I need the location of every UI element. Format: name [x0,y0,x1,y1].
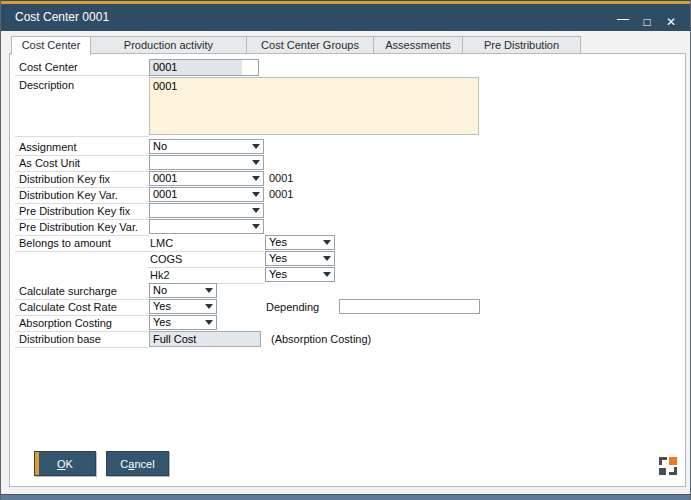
pre-distribution-key-var-dropdown[interactable] [149,219,264,234]
pre-distribution-key-fix-label: Pre Distribution Key fix [15,203,149,220]
assignment-dropdown[interactable]: No [149,139,264,154]
distribution-key-var-ref: 0001 [269,188,293,200]
distribution-key-fix-value: 0001 [153,172,177,184]
calculate-cost-rate-label: Calculate Cost Rate [15,299,149,316]
cost-center-window: Cost Center 0001 — □ ✕ Cost Center Produ… [0,0,691,500]
distribution-base-value: Full Cost [153,333,196,345]
belongs-item-lmc-dropdown[interactable]: Yes [265,235,335,250]
titlebar: Cost Center 0001 — □ ✕ [1,4,690,31]
belongs-item-cogs-dropdown[interactable]: Yes [265,251,335,266]
distribution-key-var-label: Distribution Key Var. [15,187,149,204]
ok-label-mnemonic: O [57,458,66,470]
depending-input[interactable] [339,299,480,314]
calculate-surcharge-label: Calculate surcharge [15,283,149,300]
tab-pre-distribution[interactable]: Pre Distribution [462,36,581,54]
distribution-key-fix-dropdown[interactable]: 0001 [149,171,264,186]
chevron-down-icon [323,240,331,245]
calculate-surcharge-dropdown[interactable]: No [149,283,217,298]
cancel-label-post: ncel [134,458,154,470]
window-controls: — □ ✕ [614,8,680,35]
absorption-costing-value: Yes [153,316,171,328]
chevron-down-icon [252,224,260,229]
cost-center-label: Cost Center [15,59,149,76]
belongs-item-hk2-label: Hk2 [148,267,264,284]
tab-cost-center-groups[interactable]: Cost Center Groups [246,36,374,54]
chevron-down-icon [323,272,331,277]
distribution-key-var-value: 0001 [153,188,177,200]
tab-assessments[interactable]: Assessments [373,36,463,54]
default-button-indicator [35,452,39,475]
tab-bar: Cost Center Production activity Cost Cen… [11,36,581,55]
distribution-base-input[interactable]: Full Cost [149,331,261,347]
calculate-cost-rate-value: Yes [153,300,171,312]
tab-cost-center[interactable]: Cost Center [11,36,91,55]
chevron-down-icon [205,320,213,325]
distribution-key-var-dropdown[interactable]: 0001 [149,187,264,202]
chevron-down-icon [252,144,260,149]
assignment-label: Assignment [15,139,149,156]
window-bottom-bar [1,495,690,500]
cost-center-input[interactable]: 0001 [149,59,259,76]
calculate-surcharge-value: No [153,284,167,296]
ok-label-post: K [66,458,73,470]
description-label: Description [15,77,149,137]
chevron-down-icon [252,208,260,213]
chevron-down-icon [205,288,213,293]
cost-center-value: 0001 [153,61,177,73]
chevron-down-icon [205,304,213,309]
chevron-down-icon [323,256,331,261]
window-title: Cost Center 0001 [15,4,109,31]
minimize-icon[interactable]: — [614,12,632,32]
belongs-item-hk2-value: Yes [269,268,287,280]
pre-distribution-key-fix-dropdown[interactable] [149,203,264,218]
maximize-icon[interactable]: □ [638,12,656,32]
chevron-down-icon [252,160,260,165]
depending-label: Depending [266,301,319,313]
chevron-down-icon [252,176,260,181]
calculate-cost-rate-dropdown[interactable]: Yes [149,299,217,314]
as-cost-unit-dropdown[interactable] [149,155,264,170]
belongs-to-amount-label: Belongs to amount [15,235,149,252]
tab-production-activity[interactable]: Production activity [90,36,247,54]
description-textarea[interactable]: 0001 [149,77,479,135]
distribution-key-fix-label: Distribution Key fix [15,171,149,188]
form-resize-icon[interactable] [657,455,679,477]
belongs-item-lmc-label: LMC [148,235,264,252]
as-cost-unit-label: As Cost Unit [15,155,149,172]
distribution-base-label: Distribution base [15,331,149,348]
close-icon[interactable]: ✕ [662,12,680,32]
cancel-button[interactable]: Cancel [106,451,169,476]
belongs-item-cogs-label: COGS [148,251,264,268]
absorption-costing-label: Absorption Costing [15,315,149,332]
description-value: 0001 [153,80,177,92]
chevron-down-icon [252,192,260,197]
distribution-key-fix-ref: 0001 [269,172,293,184]
assignment-value: No [153,140,167,152]
belongs-item-lmc-value: Yes [269,236,287,248]
absorption-costing-dropdown[interactable]: Yes [149,315,217,330]
form-resize-icon-glyph [657,455,679,477]
belongs-item-cogs-value: Yes [269,252,287,264]
ok-button[interactable]: OK [34,451,96,476]
pre-distribution-key-var-label: Pre Distribution Key Var. [15,219,149,236]
belongs-item-hk2-dropdown[interactable]: Yes [265,267,335,282]
cost-center-input-endcap [242,60,258,75]
distribution-base-note: (Absorption Costing) [271,333,371,345]
